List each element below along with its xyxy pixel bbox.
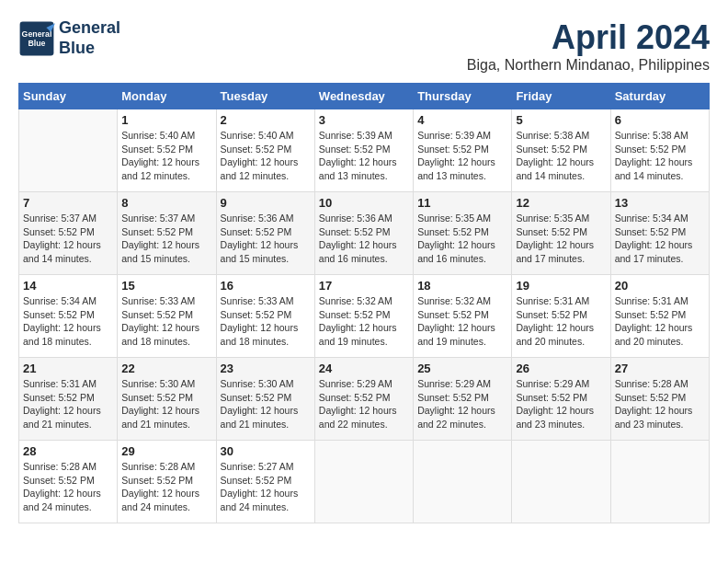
day-number: 4 [417,113,507,127]
calendar-title: April 2024 [467,18,710,57]
day-info: Sunrise: 5:34 AM Sunset: 5:52 PM Dayligh… [615,212,705,266]
day-info: Sunrise: 5:37 AM Sunset: 5:52 PM Dayligh… [23,212,113,266]
week-row-2: 14Sunrise: 5:34 AM Sunset: 5:52 PM Dayli… [19,275,710,358]
day-info: Sunrise: 5:29 AM Sunset: 5:52 PM Dayligh… [516,377,606,431]
day-info: Sunrise: 5:31 AM Sunset: 5:52 PM Dayligh… [23,377,113,431]
calendar-cell: 21Sunrise: 5:31 AM Sunset: 5:52 PM Dayli… [19,358,118,441]
day-info: Sunrise: 5:30 AM Sunset: 5:52 PM Dayligh… [221,377,311,431]
day-info: Sunrise: 5:32 AM Sunset: 5:52 PM Dayligh… [319,294,409,349]
day-number: 6 [615,113,705,127]
logo-text-line1: General [59,18,120,39]
calendar-body: 1Sunrise: 5:40 AM Sunset: 5:52 PM Daylig… [19,109,710,523]
calendar-cell: 17Sunrise: 5:32 AM Sunset: 5:52 PM Dayli… [314,275,413,358]
day-info: Sunrise: 5:28 AM Sunset: 5:52 PM Dayligh… [615,377,705,431]
day-info: Sunrise: 5:33 AM Sunset: 5:52 PM Dayligh… [221,294,311,349]
day-number: 13 [615,196,705,210]
day-number: 7 [23,196,113,210]
day-number: 20 [615,279,705,293]
day-number: 16 [221,279,311,293]
day-number: 27 [615,362,705,375]
calendar-cell: 29Sunrise: 5:28 AM Sunset: 5:52 PM Dayli… [118,441,216,523]
calendar-cell: 26Sunrise: 5:29 AM Sunset: 5:52 PM Dayli… [512,358,610,441]
calendar-cell: 9Sunrise: 5:36 AM Sunset: 5:52 PM Daylig… [216,192,314,275]
day-info: Sunrise: 5:40 AM Sunset: 5:52 PM Dayligh… [221,129,311,183]
day-info: Sunrise: 5:31 AM Sunset: 5:52 PM Dayligh… [615,294,705,349]
day-number: 30 [221,444,311,458]
day-info: Sunrise: 5:33 AM Sunset: 5:52 PM Dayligh… [121,294,211,349]
day-number: 19 [516,279,606,293]
calendar-cell: 13Sunrise: 5:34 AM Sunset: 5:52 PM Dayli… [610,192,709,275]
day-info: Sunrise: 5:35 AM Sunset: 5:52 PM Dayligh… [516,212,606,266]
calendar-cell: 25Sunrise: 5:29 AM Sunset: 5:52 PM Dayli… [414,358,512,441]
calendar-subtitle: Biga, Northern Mindanao, Philippines [467,57,710,74]
day-info: Sunrise: 5:39 AM Sunset: 5:52 PM Dayligh… [319,129,409,183]
calendar-cell: 18Sunrise: 5:32 AM Sunset: 5:52 PM Dayli… [414,275,512,358]
day-number: 2 [221,113,311,127]
header-cell-monday: Monday [118,84,216,109]
day-number: 1 [121,113,211,127]
page-header: General Blue General Blue April 2024 Big… [18,18,710,74]
week-row-0: 1Sunrise: 5:40 AM Sunset: 5:52 PM Daylig… [19,109,710,192]
day-number: 8 [121,196,211,210]
calendar-cell: 23Sunrise: 5:30 AM Sunset: 5:52 PM Dayli… [216,358,314,441]
calendar-header: SundayMondayTuesdayWednesdayThursdayFrid… [19,84,710,109]
svg-text:Blue: Blue [28,39,45,48]
calendar-cell [19,109,118,192]
calendar-cell: 4Sunrise: 5:39 AM Sunset: 5:52 PM Daylig… [414,109,512,192]
day-number: 10 [319,196,409,210]
calendar-cell [414,441,512,523]
day-info: Sunrise: 5:31 AM Sunset: 5:52 PM Dayligh… [516,294,606,349]
day-info: Sunrise: 5:40 AM Sunset: 5:52 PM Dayligh… [121,129,211,183]
header-cell-tuesday: Tuesday [216,84,314,109]
calendar-cell: 3Sunrise: 5:39 AM Sunset: 5:52 PM Daylig… [314,109,413,192]
day-info: Sunrise: 5:36 AM Sunset: 5:52 PM Dayligh… [319,212,409,266]
day-number: 14 [23,279,113,293]
calendar-cell: 14Sunrise: 5:34 AM Sunset: 5:52 PM Dayli… [19,275,118,358]
week-row-1: 7Sunrise: 5:37 AM Sunset: 5:52 PM Daylig… [19,192,710,275]
calendar-cell: 1Sunrise: 5:40 AM Sunset: 5:52 PM Daylig… [118,109,216,192]
day-number: 25 [417,362,507,375]
day-number: 24 [319,362,409,375]
header-cell-saturday: Saturday [610,84,709,109]
day-info: Sunrise: 5:27 AM Sunset: 5:52 PM Dayligh… [221,460,311,514]
calendar-cell [610,441,709,523]
day-info: Sunrise: 5:32 AM Sunset: 5:52 PM Dayligh… [417,294,507,349]
logo-icon: General Blue [18,20,55,57]
day-info: Sunrise: 5:37 AM Sunset: 5:52 PM Dayligh… [121,212,211,266]
calendar-cell: 5Sunrise: 5:38 AM Sunset: 5:52 PM Daylig… [512,109,610,192]
day-info: Sunrise: 5:28 AM Sunset: 5:52 PM Dayligh… [23,460,113,514]
calendar-cell: 20Sunrise: 5:31 AM Sunset: 5:52 PM Dayli… [610,275,709,358]
calendar-cell: 22Sunrise: 5:30 AM Sunset: 5:52 PM Dayli… [118,358,216,441]
day-number: 5 [516,113,606,127]
calendar-table: SundayMondayTuesdayWednesdayThursdayFrid… [18,83,710,523]
logo: General Blue General Blue [18,18,120,58]
title-section: April 2024 Biga, Northern Mindanao, Phil… [467,18,710,74]
day-number: 17 [319,279,409,293]
day-info: Sunrise: 5:39 AM Sunset: 5:52 PM Dayligh… [417,129,507,183]
day-number: 11 [417,196,507,210]
day-info: Sunrise: 5:36 AM Sunset: 5:52 PM Dayligh… [221,212,311,266]
calendar-cell: 27Sunrise: 5:28 AM Sunset: 5:52 PM Dayli… [610,358,709,441]
day-info: Sunrise: 5:38 AM Sunset: 5:52 PM Dayligh… [516,129,606,183]
calendar-cell: 15Sunrise: 5:33 AM Sunset: 5:52 PM Dayli… [118,275,216,358]
logo-text-line2: Blue [59,39,120,59]
day-number: 22 [121,362,211,375]
header-cell-wednesday: Wednesday [314,84,413,109]
calendar-cell: 6Sunrise: 5:38 AM Sunset: 5:52 PM Daylig… [610,109,709,192]
week-row-3: 21Sunrise: 5:31 AM Sunset: 5:52 PM Dayli… [19,358,710,441]
calendar-cell: 2Sunrise: 5:40 AM Sunset: 5:52 PM Daylig… [216,109,314,192]
calendar-cell: 28Sunrise: 5:28 AM Sunset: 5:52 PM Dayli… [19,441,118,523]
day-info: Sunrise: 5:34 AM Sunset: 5:52 PM Dayligh… [23,294,113,349]
day-number: 28 [23,444,113,458]
calendar-cell: 7Sunrise: 5:37 AM Sunset: 5:52 PM Daylig… [19,192,118,275]
header-cell-thursday: Thursday [414,84,512,109]
day-number: 9 [221,196,311,210]
calendar-cell: 19Sunrise: 5:31 AM Sunset: 5:52 PM Dayli… [512,275,610,358]
day-number: 29 [121,444,211,458]
day-info: Sunrise: 5:29 AM Sunset: 5:52 PM Dayligh… [319,377,409,431]
header-cell-friday: Friday [512,84,610,109]
header-cell-sunday: Sunday [19,84,118,109]
day-info: Sunrise: 5:28 AM Sunset: 5:52 PM Dayligh… [121,460,211,514]
day-number: 3 [319,113,409,127]
calendar-cell: 8Sunrise: 5:37 AM Sunset: 5:52 PM Daylig… [118,192,216,275]
